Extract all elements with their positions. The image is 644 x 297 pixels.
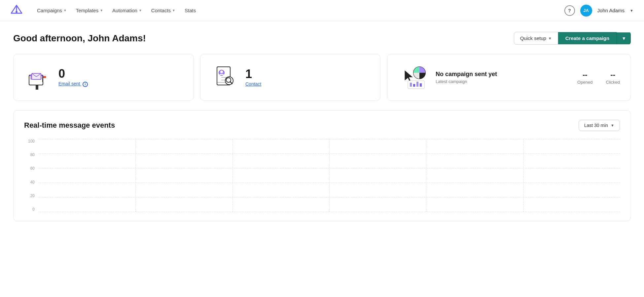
- contacts-chevron-icon: ▼: [172, 9, 175, 12]
- nav-automation[interactable]: Automation ▼: [108, 5, 146, 16]
- svg-rect-22: [410, 83, 412, 87]
- logo[interactable]: [11, 4, 22, 17]
- quick-setup-button[interactable]: Quick setup ▼: [514, 32, 558, 45]
- email-sent-count: 0: [58, 68, 88, 80]
- campaign-sub: Latest campaign: [436, 79, 569, 84]
- campaigns-chevron-icon: ▼: [63, 9, 67, 12]
- clicked-label: Clicked: [606, 80, 620, 85]
- templates-chevron-icon: ▼: [100, 9, 103, 12]
- campaign-metrics: -- Opened -- Clicked: [577, 70, 620, 85]
- nav-right: ? JA John Adams ▼: [564, 5, 633, 17]
- contact-icon: [211, 64, 237, 91]
- clicked-value: --: [606, 70, 620, 79]
- y-label-100: 100: [24, 139, 35, 144]
- realtime-title: Real-time message events: [24, 121, 115, 130]
- svg-rect-23: [413, 84, 415, 87]
- contact-count: 1: [245, 68, 261, 80]
- v-grid-5: [523, 139, 523, 212]
- email-sent-info-icon[interactable]: i: [83, 82, 88, 87]
- svg-rect-25: [420, 83, 422, 87]
- svg-rect-9: [42, 76, 43, 82]
- chart-grid-area: [39, 139, 620, 212]
- help-button[interactable]: ?: [564, 5, 575, 16]
- email-sent-info: 0 Email sent i: [58, 68, 88, 87]
- y-label-0: 0: [24, 207, 35, 212]
- header-actions: Quick setup ▼ Create a campaign ▼: [514, 32, 631, 45]
- avatar: JA: [580, 5, 592, 17]
- campaign-name: No campaign sent yet: [436, 71, 569, 78]
- time-selector-chevron-icon: ▼: [611, 123, 614, 127]
- username-label: John Adams: [597, 8, 625, 13]
- nav-campaigns[interactable]: Campaigns ▼: [33, 5, 71, 16]
- svg-rect-24: [416, 82, 418, 87]
- mailbox-icon: [24, 64, 51, 91]
- svg-rect-10: [43, 76, 46, 78]
- svg-point-2: [16, 11, 18, 13]
- chart-area: 100 80 60 40 20 0: [24, 139, 620, 212]
- email-sent-card: 0 Email sent i: [13, 54, 194, 101]
- v-grid-1: [135, 139, 136, 212]
- y-label-60: 60: [24, 166, 35, 171]
- contact-info: 1 Contact: [245, 68, 261, 87]
- v-grid-4: [426, 139, 426, 212]
- header-row: Good afternoon, John Adams! Quick setup …: [13, 32, 631, 45]
- time-selector-button[interactable]: Last 30 min ▼: [579, 120, 620, 131]
- y-label-20: 20: [24, 193, 35, 198]
- greeting-text: Good afternoon, John Adams!: [13, 33, 146, 44]
- svg-point-13: [220, 70, 223, 73]
- realtime-header: Real-time message events Last 30 min ▼: [24, 120, 620, 131]
- svg-rect-5: [36, 85, 38, 90]
- contact-card: 1 Contact: [200, 54, 380, 101]
- opened-value: --: [577, 70, 592, 79]
- campaign-card: No campaign sent yet Latest campaign -- …: [387, 54, 631, 101]
- realtime-section: Real-time message events Last 30 min ▼ 1…: [13, 110, 631, 221]
- automation-chevron-icon: ▼: [139, 9, 142, 12]
- email-sent-label[interactable]: Email sent i: [58, 81, 88, 87]
- create-campaign-group: Create a campaign ▼: [558, 32, 631, 45]
- quick-setup-chevron-icon: ▼: [548, 36, 552, 40]
- y-label-80: 80: [24, 152, 35, 157]
- user-menu-chevron-icon[interactable]: ▼: [630, 9, 633, 13]
- nav-contacts[interactable]: Contacts ▼: [147, 5, 179, 16]
- clicked-metric: -- Clicked: [606, 70, 620, 85]
- create-campaign-button[interactable]: Create a campaign: [558, 32, 617, 44]
- nav-stats[interactable]: Stats: [181, 5, 200, 16]
- campaign-info: No campaign sent yet Latest campaign: [436, 71, 569, 84]
- contact-label[interactable]: Contact: [245, 81, 261, 87]
- campaign-icon: [398, 64, 428, 91]
- create-campaign-dropdown-button[interactable]: ▼: [617, 32, 631, 44]
- grid-line-0: [39, 212, 620, 212]
- opened-metric: -- Opened: [577, 70, 592, 85]
- y-label-40: 40: [24, 180, 35, 185]
- v-grid-3: [329, 139, 330, 212]
- stats-row: 0 Email sent i: [13, 54, 631, 101]
- opened-label: Opened: [577, 80, 592, 85]
- nav-templates[interactable]: Templates ▼: [72, 5, 107, 16]
- nav-items: Campaigns ▼ Templates ▼ Automation ▼ Con…: [33, 5, 564, 16]
- chart-y-labels: 100 80 60 40 20 0: [24, 139, 35, 212]
- v-grid-2: [233, 139, 233, 212]
